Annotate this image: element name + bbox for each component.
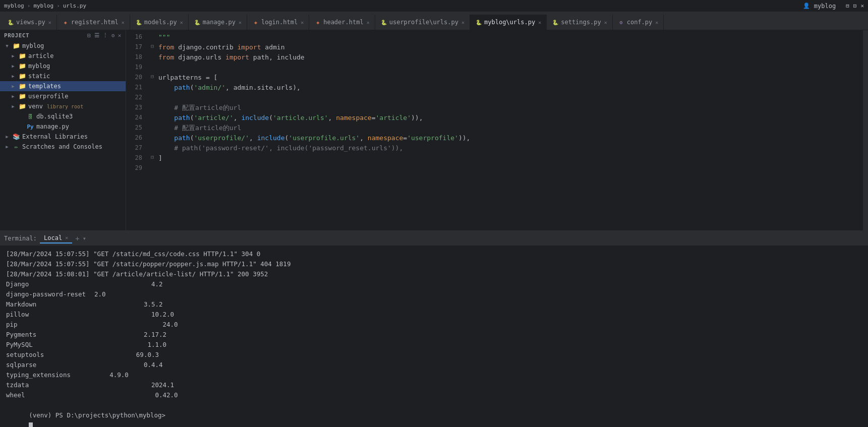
tab-manage[interactable]: 🐍 manage.py ✕ <box>189 15 247 30</box>
sidebar-item-venv[interactable]: ▶ 📁 venv library root <box>0 101 126 111</box>
tab-header-close[interactable]: ✕ <box>367 20 370 25</box>
expand-arrow-userprofile: ▶ <box>10 93 16 99</box>
sidebar-item-external-libraries[interactable]: ▶ 📚 External Libraries <box>0 132 126 142</box>
sidebar-item-scratches[interactable]: ▶ ✏ Scratches and Consoles <box>0 142 126 152</box>
terminal-tab-local[interactable]: Local ✕ <box>40 233 72 243</box>
ext-lib-icon: 📚 <box>12 133 20 141</box>
top-bar: myblog › myblog › urls.py 👤 myblog ⊟ ⊡ ✕ <box>0 0 868 12</box>
terminal-line-2: [28/Mar/2024 15:07:55] "GET /static/popp… <box>6 259 862 269</box>
sidebar-item-templates[interactable]: ▶ 📁 templates <box>0 81 126 91</box>
sidebar-item-myblog-inner[interactable]: ▶ 📁 myblog <box>0 61 126 71</box>
library-root-label: library root <box>47 104 83 109</box>
breadcrumb: myblog › myblog › urls.py <box>4 3 86 9</box>
py-icon: 🐍 <box>7 19 14 26</box>
line-code-22 <box>156 93 863 103</box>
tab-conf[interactable]: ⚙ conf.py ✕ <box>613 15 664 30</box>
line-num-20: 20 <box>126 73 148 82</box>
line-code-29 <box>156 163 863 173</box>
sidebar-menu-icon[interactable]: ⋮ <box>102 32 108 39</box>
line-code-20: urlpatterns = [ <box>156 73 863 83</box>
sidebar-label-static: static <box>28 73 50 80</box>
user-icon[interactable]: 👤 <box>803 3 810 9</box>
window-maximize[interactable]: ⊡ <box>853 3 857 9</box>
line-fold-20[interactable]: ⊟ <box>148 73 156 80</box>
tab-models-close[interactable]: ✕ <box>180 20 183 25</box>
folder-icon-static: 📁 <box>18 72 26 80</box>
sidebar-item-static[interactable]: ▶ 📁 static <box>0 71 126 81</box>
tab-settings-label: settings.py <box>561 19 601 26</box>
tab-views-close[interactable]: ✕ <box>48 20 51 25</box>
code-line-28: 28 ⊟ ] <box>126 153 863 163</box>
py-icon-mb-urls: 🐍 <box>475 19 482 26</box>
tab-login[interactable]: ◈ login.html ✕ <box>247 15 309 30</box>
tab-settings[interactable]: 🐍 settings.py ✕ <box>547 15 613 30</box>
terminal-pkg-sqlparse: sqlparse 0.4.4 <box>6 360 862 370</box>
window-close[interactable]: ✕ <box>860 3 864 9</box>
terminal-pkg-markdown: Markdown 3.5.2 <box>6 299 862 310</box>
window-minimize[interactable]: ⊟ <box>846 3 849 9</box>
tab-manage-close[interactable]: ✕ <box>239 20 242 25</box>
sidebar-close-icon[interactable]: ✕ <box>118 32 122 39</box>
code-line-21: 21 path('admin/', admin.site.urls), <box>126 83 863 93</box>
sidebar-collapse-icon[interactable]: ⊟ <box>87 32 91 39</box>
expand-arrow-scratches: ▶ <box>4 144 10 150</box>
code-line-16: 16 """ <box>126 32 863 42</box>
tab-register-close[interactable]: ✕ <box>122 20 125 25</box>
line-num-18: 18 <box>126 52 148 62</box>
line-num-23: 23 <box>126 103 148 112</box>
tab-myblog-urls[interactable]: 🐍 myblog\urls.py ✕ <box>470 15 547 30</box>
tab-views-label: views.py <box>16 19 45 26</box>
py-icon-manage: 🐍 <box>194 19 201 26</box>
terminal-pkg-typing-ext: typing_extensions 4.9.0 <box>6 370 862 380</box>
code-line-20: 20 ⊟ urlpatterns = [ <box>126 73 863 83</box>
editor-area: 16 """ 17 ⊟ from django.contrib import a… <box>126 30 863 230</box>
tab-register[interactable]: ◈ register.html ✕ <box>57 15 130 30</box>
line-code-16: """ <box>156 32 863 42</box>
terminal-add-button[interactable]: + <box>75 234 79 242</box>
folder-icon-myblog-inner: 📁 <box>18 62 26 70</box>
terminal-pkg-tzdata: tzdata 2024.1 <box>6 380 862 390</box>
scratches-icon: ✏ <box>12 143 20 151</box>
sidebar-item-manage-py[interactable]: Py manage.py <box>0 121 126 132</box>
sidebar-expand-icon[interactable]: ☰ <box>94 32 100 39</box>
sidebar-item-userprofile[interactable]: ▶ 📁 userprofile <box>0 91 126 101</box>
tab-login-close[interactable]: ✕ <box>301 20 304 25</box>
line-code-26: path('userprofile/', include('userprofil… <box>156 133 863 143</box>
breadcrumb-myblog2[interactable]: myblog <box>33 3 53 9</box>
terminal-chevron[interactable]: ▾ <box>83 235 86 242</box>
line-code-28: ] <box>156 153 863 163</box>
sidebar-settings-icon[interactable]: ⚙ <box>111 32 115 39</box>
tab-views[interactable]: 🐍 views.py ✕ <box>2 15 57 30</box>
terminal-tab-close[interactable]: ✕ <box>65 235 68 240</box>
editor-scrollbar[interactable] <box>863 30 868 230</box>
tab-userprofile-urls[interactable]: 🐍 userprofile\urls.py ✕ <box>375 15 470 30</box>
tab-bar: 🐍 views.py ✕ ◈ register.html ✕ 🐍 models.… <box>0 12 868 30</box>
terminal-content[interactable]: [28/Mar/2024 15:07:55] "GET /static/md_c… <box>0 246 868 427</box>
tab-header[interactable]: ◈ header.html ✕ <box>309 15 375 30</box>
tab-login-label: login.html <box>261 19 298 26</box>
terminal-prompt-line: (venv) PS D:\projects\python\myblog> <box>6 400 862 427</box>
breadcrumb-myblog1[interactable]: myblog <box>4 3 24 9</box>
tab-mb-urls-close[interactable]: ✕ <box>538 20 541 25</box>
code-editor[interactable]: 16 """ 17 ⊟ from django.contrib import a… <box>126 30 863 230</box>
line-fold-28[interactable]: ⊟ <box>148 153 156 161</box>
sidebar-item-myblog-root[interactable]: ▼ 📁 myblog <box>0 41 126 51</box>
line-num-17: 17 <box>126 42 148 51</box>
breadcrumb-file: urls.py <box>63 3 86 9</box>
line-fold-17[interactable]: ⊟ <box>148 42 156 50</box>
tab-up-urls-close[interactable]: ✕ <box>461 20 465 25</box>
terminal-tab-bar: Terminal: Local ✕ + ▾ <box>0 231 868 246</box>
line-num-16: 16 <box>126 32 148 41</box>
line-num-28: 28 <box>126 153 148 162</box>
tab-conf-close[interactable]: ✕ <box>655 20 658 25</box>
line-num-27: 27 <box>126 143 148 152</box>
sidebar-item-db-sqlite3[interactable]: 🗄 db.sqlite3 <box>0 111 126 121</box>
code-line-24: 24 path('article/', include('article.url… <box>126 113 863 123</box>
tab-settings-close[interactable]: ✕ <box>604 20 607 25</box>
expand-arrow-db <box>18 113 24 119</box>
sidebar-item-article[interactable]: ▶ 📁 article <box>0 51 126 61</box>
line-num-21: 21 <box>126 83 148 92</box>
tab-models[interactable]: 🐍 models.py ✕ <box>130 15 189 30</box>
sidebar-header-icons: ⊟ ☰ ⋮ ⚙ ✕ <box>87 32 122 39</box>
code-line-29: 29 <box>126 163 863 173</box>
